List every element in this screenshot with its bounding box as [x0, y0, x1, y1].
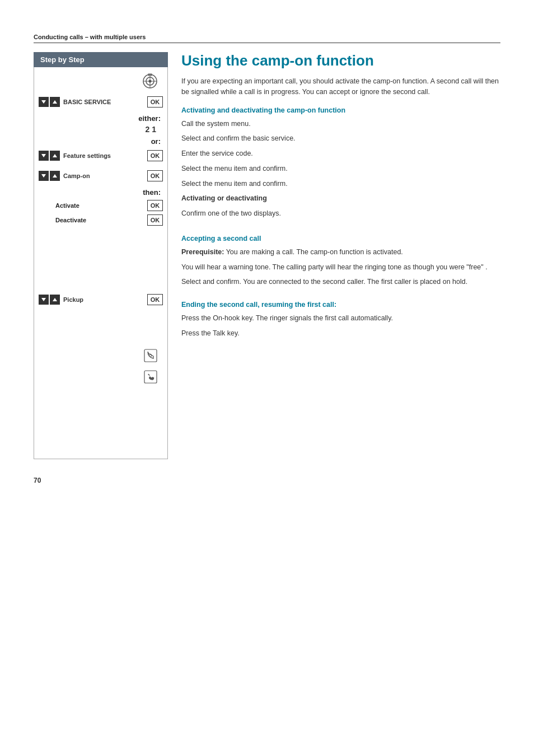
talk-phone-svg: [143, 370, 158, 384]
ending-heading: Ending the second call, resuming the fir…: [181, 301, 500, 309]
enter-service-code-text: Enter the service code.: [181, 148, 500, 159]
step-by-step-header: Step by Step: [34, 52, 168, 67]
camp-on-arrow-down[interactable]: [39, 171, 49, 181]
talk-icon: [143, 369, 158, 385]
svg-marker-9: [53, 154, 57, 157]
pickup-label: Pickup: [63, 296, 144, 303]
or-label: or:: [39, 137, 163, 146]
feature-settings-row: Feature settings OK: [39, 148, 163, 164]
either-label: either:: [39, 114, 163, 123]
pickup-arrow-up[interactable]: [50, 295, 60, 305]
onhook-phone-svg: [143, 348, 158, 363]
feature-arrow-up[interactable]: [50, 151, 60, 161]
basic-service-arrows[interactable]: [39, 97, 60, 107]
pickup-arrow-down[interactable]: [39, 295, 49, 305]
accepting-heading: Accepting a second call: [181, 235, 500, 242]
step-box: BASIC SERVICE OK either: 2 1 or:: [34, 67, 168, 459]
right-panel: Using the camp-on function If you are ex…: [181, 52, 500, 343]
then-label: then:: [39, 188, 163, 197]
select-basic-service-text: Select and confirm the basic service.: [181, 133, 500, 144]
pickup-ok[interactable]: OK: [147, 294, 163, 305]
activate-ok[interactable]: OK: [147, 200, 163, 211]
svg-point-15: [149, 354, 152, 357]
select-menu-item-1-text: Select the menu item and confirm.: [181, 164, 500, 174]
main-title: Using the camp-on function: [181, 52, 500, 69]
pickup-row: Pickup OK: [39, 292, 163, 307]
camp-on-ok[interactable]: OK: [147, 170, 163, 181]
feature-arrow-down[interactable]: [39, 151, 49, 161]
pickup-arrows[interactable]: [39, 295, 60, 305]
page-header: Conducting calls – with multiple users: [34, 34, 500, 43]
then-heading-inline: Activating or deactivating: [181, 193, 500, 204]
camp-on-arrow-up[interactable]: [50, 171, 60, 181]
system-menu-icon: [142, 73, 158, 89]
deactivate-label: Deactivate: [55, 217, 144, 223]
then-text: Confirm one of the two displays.: [181, 208, 500, 219]
activate-row: Activate OK: [39, 200, 163, 211]
activating-heading: Activating and deactivating the camp-on …: [181, 106, 500, 114]
select-menu-item-2-text: Select the menu item and confirm.: [181, 179, 500, 189]
camp-on-label: Camp-on: [63, 172, 144, 179]
page-number-container: 70: [34, 476, 500, 484]
camp-on-row: Camp-on OK: [39, 168, 163, 184]
svg-marker-13: [53, 298, 57, 301]
onhook-icon-row: [39, 348, 163, 363]
svg-rect-14: [144, 349, 157, 362]
feature-settings-label: Feature settings: [63, 152, 144, 159]
left-panel: Step by Step: [34, 52, 168, 459]
camp-on-arrows[interactable]: [39, 171, 60, 181]
feature-settings-ok[interactable]: OK: [147, 150, 163, 161]
system-menu-icon-row: [142, 73, 158, 90]
talk-text: Press the Talk key.: [181, 328, 500, 339]
activate-label: Activate: [55, 202, 144, 209]
svg-point-4: [149, 80, 152, 83]
onhook-icon: [143, 348, 158, 363]
arrow-up-btn[interactable]: [50, 97, 60, 107]
service-code-row: 2 1: [39, 125, 163, 134]
basic-service-ok[interactable]: OK: [147, 96, 163, 108]
intro-text: If you are expecting an important call, …: [181, 76, 500, 97]
basic-service-label: BASIC SERVICE: [63, 99, 144, 105]
warning-tone-text: You will hear a warning tone. The callin…: [181, 262, 500, 273]
arrow-down-btn[interactable]: [39, 97, 49, 107]
svg-marker-10: [41, 174, 46, 178]
svg-marker-8: [41, 154, 46, 157]
deactivate-row: Deactivate OK: [39, 214, 163, 226]
talk-icon-row: [39, 369, 163, 385]
prerequisite-text: Prerequisite: You are making a call. The…: [181, 247, 500, 258]
onhook-text: Press the On-hook key. The ringer signal…: [181, 313, 500, 324]
feature-settings-arrows[interactable]: [39, 151, 60, 161]
svg-marker-7: [53, 100, 57, 104]
basic-service-row: BASIC SERVICE OK: [39, 94, 163, 110]
pickup-text: Select and confirm. You are connected to…: [181, 277, 500, 287]
svg-marker-11: [53, 174, 57, 178]
deactivate-ok[interactable]: OK: [147, 214, 163, 226]
svg-marker-6: [41, 100, 46, 104]
page-number: 70: [34, 477, 41, 484]
svg-marker-12: [41, 298, 46, 301]
call-system-menu-text: Call the system menu.: [181, 119, 500, 129]
